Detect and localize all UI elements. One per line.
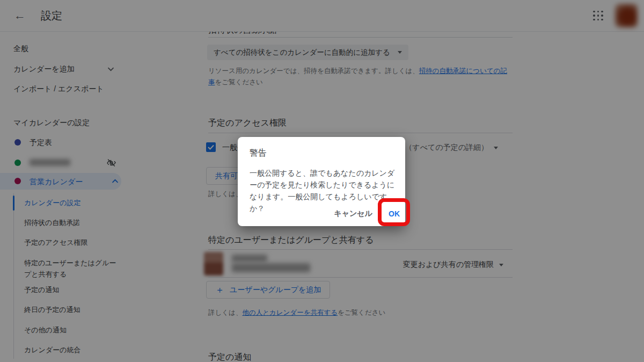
- warning-dialog: 警告 一般公開すると、誰でもあなたのカレンダーの予定を見たり検索したりできるよう…: [238, 137, 405, 226]
- settings-screen: 招待状の自動承諾 すべての招待状をこのカレンダーに自動的に追加する リソース用の…: [0, 0, 644, 362]
- dialog-body: 一般公開すると、誰でもあなたのカレンダーの予定を見たり検索したりできるようになり…: [238, 159, 405, 214]
- dialog-actions: キャンセル OK: [334, 209, 400, 219]
- dialog-title: 警告: [238, 137, 405, 159]
- cancel-button[interactable]: キャンセル: [334, 209, 372, 219]
- ok-button[interactable]: OK: [389, 209, 400, 218]
